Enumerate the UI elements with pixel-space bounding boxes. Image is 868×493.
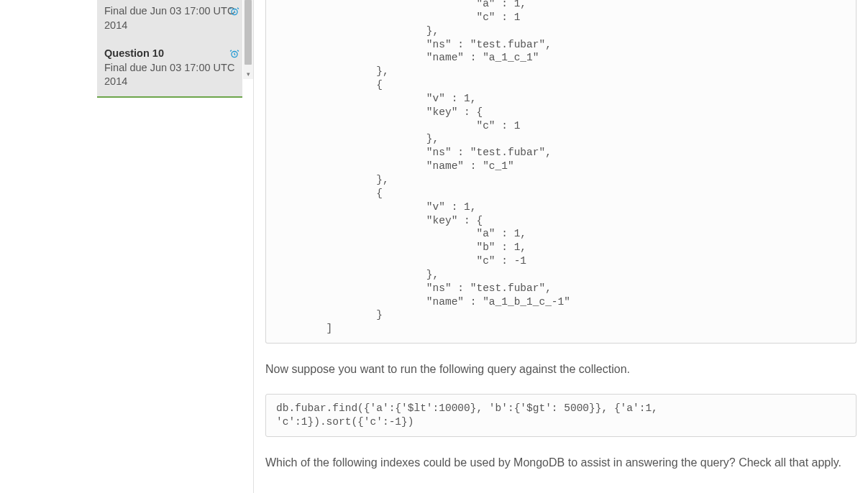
sidebar-item-question[interactable]: Question 10 Final due Jun 03 17:00 UTC 2… — [97, 42, 242, 96]
question-due: Final due Jun 03 17:00 UTC 2014 — [104, 4, 235, 32]
question-due: Final due Jun 03 17:00 UTC 2014 — [104, 61, 235, 89]
alarm-icon — [229, 48, 239, 63]
paragraph: Now suppose you want to run the followin… — [265, 361, 856, 378]
code-block-query: db.fubar.find({'a':{'$lt':10000}, 'b':{'… — [265, 394, 856, 437]
scrollbar[interactable]: ▾ — [243, 0, 253, 79]
sidebar: Final due Jun 03 17:00 UTC 2014 Question… — [0, 0, 254, 493]
sidebar-item-question[interactable]: Final due Jun 03 17:00 UTC 2014 — [97, 0, 242, 40]
code-block-indexes: "a" : 1, "c" : 1 }, "ns" : "test.fubar",… — [265, 0, 856, 344]
question-title: Question 10 — [104, 47, 235, 61]
alarm-icon — [229, 6, 239, 20]
answer-row: _id_ — [265, 487, 856, 493]
main-content: "a" : 1, "c" : 1 }, "ns" : "test.fubar",… — [254, 0, 868, 493]
paragraph: Which of the following indexes could be … — [265, 454, 856, 471]
scrollbar-thumb[interactable] — [245, 0, 252, 65]
scroll-down-icon[interactable]: ▾ — [243, 69, 253, 79]
